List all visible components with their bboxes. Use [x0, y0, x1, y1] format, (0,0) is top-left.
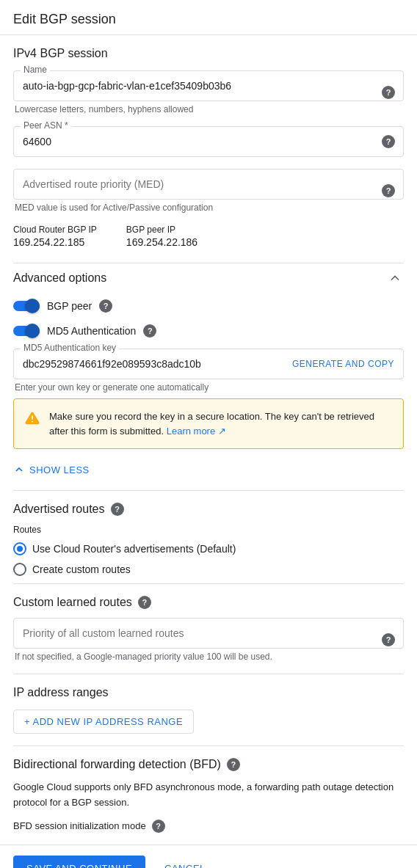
md5-auth-help-icon[interactable]: ? — [143, 324, 156, 338]
route-option-1-radio[interactable] — [13, 542, 26, 555]
bgp-peer-label: BGP peer — [47, 300, 92, 312]
advertised-routes-title: Advertised routes — [13, 503, 105, 516]
route-option-2-row[interactable]: Create custom routes — [13, 563, 404, 576]
route-option-2-radio[interactable] — [13, 563, 26, 576]
page-title: Edit BGP session — [13, 12, 404, 27]
priority-input[interactable] — [13, 618, 404, 649]
cancel-button[interactable]: CANCEL — [154, 856, 216, 868]
priority-field-group: ? If not specified, a Google-managed pri… — [13, 618, 404, 662]
bfd-section: Bidirectional forwarding detection (BFD)… — [13, 758, 404, 833]
bfd-mode-help-icon[interactable]: ? — [152, 820, 165, 833]
md5-auth-toggle[interactable] — [13, 324, 40, 338]
cloud-router-bgp-ip-value: 169.254.22.185 — [13, 236, 84, 248]
generate-copy-button[interactable]: GENERATE AND COPY — [292, 359, 394, 369]
peer-asn-help-icon[interactable]: ? — [382, 135, 395, 148]
ipv4-section-title: IPv4 BGP session — [13, 47, 404, 60]
custom-learned-routes-help-icon[interactable]: ? — [138, 596, 151, 609]
ip-info-row: Cloud Router BGP IP 169.254.22.185 BGP p… — [13, 225, 404, 248]
name-field-label: Name — [21, 65, 50, 75]
advertised-routes-section: Advertised routes ? — [13, 503, 404, 516]
show-less-button[interactable]: SHOW LESS — [13, 461, 404, 475]
warning-text: Make sure you record the key in a secure… — [49, 409, 393, 438]
name-field-group: Name ? Lowercase letters, numbers, hyphe… — [13, 70, 404, 114]
route-option-1-label: Use Cloud Router's advertisements (Defau… — [32, 543, 236, 555]
bfd-mode-label: BFD session initialization mode — [13, 820, 146, 831]
peer-asn-field-group: Peer ASN ? — [13, 126, 404, 157]
bgp-peer-help-icon[interactable]: ? — [99, 299, 112, 313]
bfd-help-icon[interactable]: ? — [227, 758, 240, 771]
cloud-router-bgp-ip-item: Cloud Router BGP IP 169.254.22.185 — [13, 225, 97, 248]
divider-4 — [13, 745, 404, 746]
md5-key-input[interactable] — [23, 358, 292, 370]
collapse-advanced-icon[interactable] — [386, 269, 404, 287]
divider-3 — [13, 674, 404, 674]
divider-1 — [13, 490, 404, 491]
save-and-continue-button[interactable]: SAVE AND CONTINUE — [13, 856, 145, 868]
bfd-title: Bidirectional forwarding detection (BFD) — [13, 758, 221, 771]
custom-learned-routes-title: Custom learned routes — [13, 596, 132, 609]
name-help-icon[interactable]: ? — [382, 86, 395, 99]
advanced-options-title: Advanced options — [13, 271, 106, 285]
name-field-hint: Lowercase letters, numbers, hyphens allo… — [13, 104, 404, 114]
priority-hint: If not specified, a Google-managed prior… — [13, 652, 404, 662]
footer: SAVE AND CONTINUE CANCEL — [0, 845, 417, 868]
route-option-2-label: Create custom routes — [32, 564, 131, 575]
med-help-icon[interactable]: ? — [382, 184, 395, 197]
md5-key-hint: Enter your own key or generate one autom… — [13, 382, 404, 393]
med-field-group: ? MED value is used for Active/Passive c… — [13, 169, 404, 213]
add-ip-range-button[interactable]: + ADD NEW IP ADDRESS RANGE — [13, 710, 194, 734]
md5-key-label: MD5 Authentication key — [21, 343, 119, 353]
learn-more-link[interactable]: Learn more ↗ — [167, 426, 226, 437]
bgp-peer-ip-item: BGP peer IP 169.254.22.186 — [126, 225, 197, 248]
routes-label: Routes — [13, 525, 404, 535]
advanced-options-header: Advanced options — [13, 263, 404, 287]
peer-asn-label: Peer ASN — [21, 120, 71, 131]
advertised-routes-help-icon[interactable]: ? — [111, 503, 124, 516]
name-input[interactable] — [13, 70, 404, 101]
cloud-router-bgp-ip-label: Cloud Router BGP IP — [13, 225, 97, 235]
bfd-description: Google Cloud supports only BFD asynchron… — [13, 780, 404, 811]
route-option-1-row[interactable]: Use Cloud Router's advertisements (Defau… — [13, 542, 404, 555]
divider-2 — [13, 583, 404, 584]
custom-learned-routes-section: Custom learned routes ? — [13, 596, 404, 609]
warning-box: Make sure you record the key in a secure… — [13, 398, 404, 449]
med-field-hint: MED value is used for Active/Passive con… — [13, 203, 404, 213]
peer-asn-input[interactable] — [13, 126, 404, 157]
bgp-peer-ip-label: BGP peer IP — [126, 225, 197, 235]
med-input[interactable] — [13, 169, 404, 200]
bfd-mode-row: BFD session initialization mode ? — [13, 820, 404, 833]
md5-input-wrapper: GENERATE AND COPY — [13, 349, 404, 379]
ip-address-ranges-title: IP address ranges — [13, 686, 404, 699]
priority-help-icon[interactable]: ? — [382, 633, 395, 646]
bgp-peer-toggle-row: BGP peer ? — [13, 299, 404, 313]
bgp-peer-toggle[interactable] — [13, 299, 40, 313]
md5-key-field-group: MD5 Authentication key GENERATE AND COPY… — [13, 349, 404, 393]
bgp-peer-ip-value: 169.254.22.186 — [126, 236, 197, 248]
md5-auth-toggle-row: MD5 Authentication ? — [13, 324, 404, 338]
bfd-title-row: Bidirectional forwarding detection (BFD)… — [13, 758, 404, 771]
md5-auth-label: MD5 Authentication — [47, 325, 136, 337]
warning-triangle-icon — [24, 410, 40, 426]
